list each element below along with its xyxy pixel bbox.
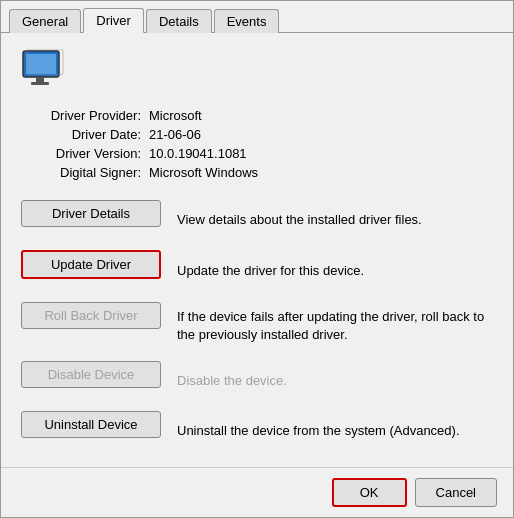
update-driver-button[interactable]: Update Driver bbox=[21, 250, 161, 279]
roll-back-driver-desc: If the device fails after updating the d… bbox=[177, 308, 493, 344]
tab-general[interactable]: General bbox=[9, 9, 81, 33]
monitor-icon bbox=[21, 49, 69, 89]
signer-label: Digital Signer: bbox=[21, 165, 141, 180]
disable-device-desc: Disable the device. bbox=[177, 372, 493, 390]
version-label: Driver Version: bbox=[21, 146, 141, 161]
svg-rect-1 bbox=[26, 54, 56, 74]
disable-device-button[interactable]: Disable Device bbox=[21, 361, 161, 388]
tab-bar: General Driver Details Events bbox=[1, 1, 513, 33]
tab-events[interactable]: Events bbox=[214, 9, 280, 33]
uninstall-device-desc: Uninstall the device from the system (Ad… bbox=[177, 422, 493, 440]
footer: OK Cancel bbox=[1, 467, 513, 517]
tab-driver[interactable]: Driver bbox=[83, 8, 144, 33]
driver-info-grid: Driver Provider: Microsoft Driver Date: … bbox=[21, 108, 493, 180]
date-label: Driver Date: bbox=[21, 127, 141, 142]
roll-back-driver-button[interactable]: Roll Back Driver bbox=[21, 302, 161, 329]
svg-rect-3 bbox=[31, 82, 49, 85]
driver-details-button[interactable]: Driver Details bbox=[21, 200, 161, 227]
actions-grid: Driver Details View details about the in… bbox=[21, 200, 493, 451]
svg-rect-2 bbox=[36, 77, 44, 82]
ok-button[interactable]: OK bbox=[332, 478, 407, 507]
version-value: 10.0.19041.1081 bbox=[149, 146, 493, 161]
update-driver-desc: Update the driver for this device. bbox=[177, 262, 493, 280]
cancel-button[interactable]: Cancel bbox=[415, 478, 497, 507]
uninstall-device-button[interactable]: Uninstall Device bbox=[21, 411, 161, 438]
provider-label: Driver Provider: bbox=[21, 108, 141, 123]
provider-value: Microsoft bbox=[149, 108, 493, 123]
driver-details-desc: View details about the installed driver … bbox=[177, 211, 493, 229]
device-properties-window: General Driver Details Events Dr bbox=[0, 0, 514, 518]
tab-details[interactable]: Details bbox=[146, 9, 212, 33]
driver-content: Driver Provider: Microsoft Driver Date: … bbox=[1, 33, 513, 467]
device-icon-area bbox=[21, 49, 493, 92]
date-value: 21-06-06 bbox=[149, 127, 493, 142]
signer-value: Microsoft Windows bbox=[149, 165, 493, 180]
